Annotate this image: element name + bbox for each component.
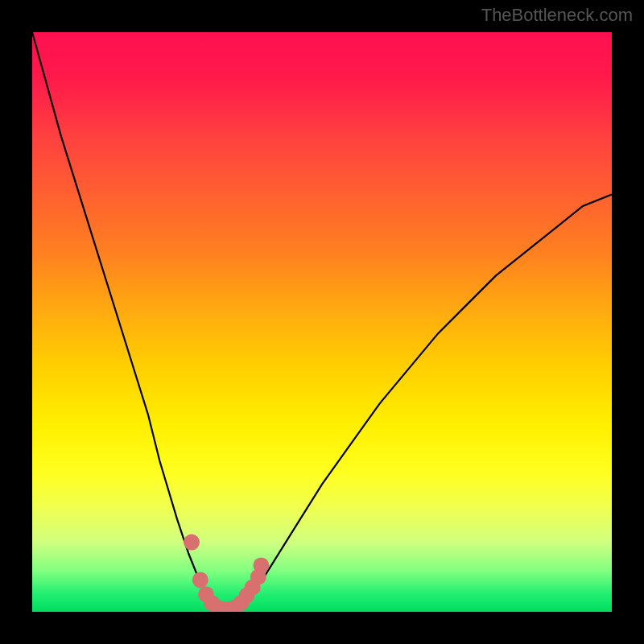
minimum-dots (184, 535, 269, 612)
plot-area (32, 32, 612, 612)
minimum-dot (184, 535, 200, 551)
curve-svg (32, 32, 612, 612)
watermark-text: TheBottleneck.com (481, 5, 633, 26)
bottleneck-curve (32, 32, 612, 612)
minimum-dot (253, 557, 269, 573)
chart-container: TheBottleneck.com (0, 0, 644, 644)
minimum-dot (192, 572, 208, 588)
